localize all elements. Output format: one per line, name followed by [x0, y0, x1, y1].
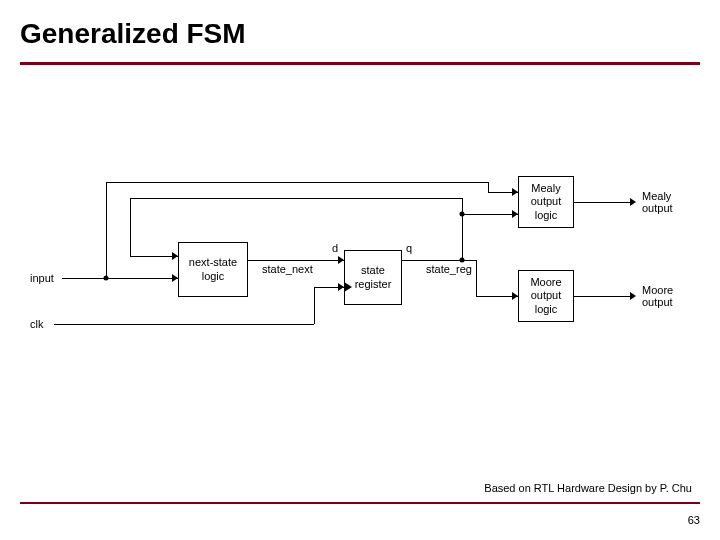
next-state-logic-block: next-state logic: [178, 242, 248, 297]
title-underline: [20, 62, 700, 65]
wire: [574, 202, 632, 203]
arrow-icon: [172, 274, 178, 282]
mealy-output-logic-block: Mealy output logic: [518, 176, 574, 228]
state-next-label: state_next: [262, 263, 313, 275]
wire: [462, 214, 463, 260]
state-register-block: state register: [344, 250, 402, 305]
mealy-output-label: Mealy output: [642, 190, 673, 214]
footer-attribution: Based on RTL Hardware Design by P. Chu: [484, 482, 692, 494]
wire: [130, 198, 462, 199]
moore-output-label: Moore output: [642, 284, 673, 308]
d-port-label: d: [332, 242, 338, 254]
arrow-icon: [512, 188, 518, 196]
arrow-icon: [338, 283, 344, 291]
clk-label: clk: [30, 318, 43, 330]
moore-output-logic-block: Moore output logic: [518, 270, 574, 322]
slide-title: Generalized FSM: [20, 18, 246, 50]
wire: [130, 256, 178, 257]
state-reg-label: state_reg: [426, 263, 472, 275]
wire: [54, 324, 314, 325]
footer-divider: [20, 502, 700, 504]
wire: [574, 296, 632, 297]
arrow-icon: [338, 256, 344, 264]
wire: [314, 287, 315, 324]
arrow-icon: [172, 252, 178, 260]
input-label: input: [30, 272, 54, 284]
fsm-diagram: input clk next-state logic state registe…: [30, 160, 690, 380]
wire: [62, 278, 178, 279]
wire: [106, 182, 488, 183]
page-number: 63: [688, 514, 700, 526]
arrow-icon: [630, 198, 636, 206]
wire: [462, 260, 476, 261]
arrow-icon: [630, 292, 636, 300]
wire: [248, 260, 344, 261]
wire: [462, 214, 518, 215]
junction-node: [460, 212, 465, 217]
wire: [130, 198, 131, 256]
wire: [402, 260, 462, 261]
wire: [488, 182, 489, 192]
arrow-icon: [512, 292, 518, 300]
wire: [476, 260, 477, 296]
arrow-icon: [512, 210, 518, 218]
wire: [106, 182, 107, 278]
clock-triangle-icon: [344, 282, 352, 292]
q-port-label: q: [406, 242, 412, 254]
